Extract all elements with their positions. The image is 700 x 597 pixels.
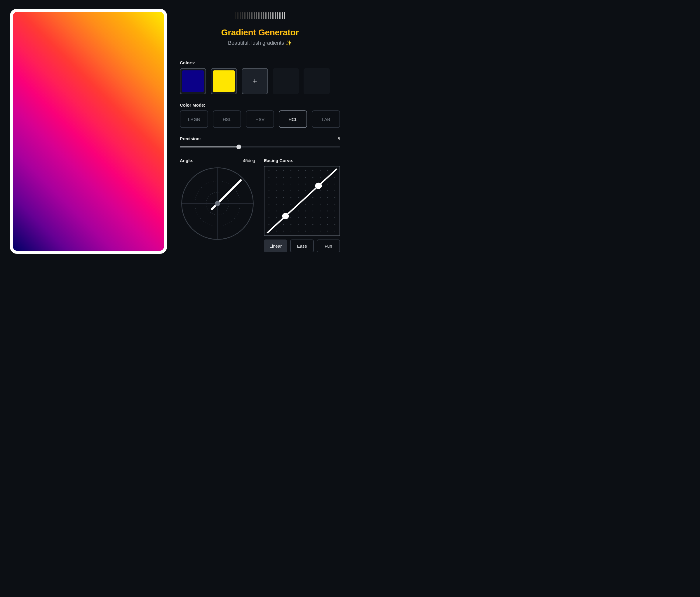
svg-point-92: [320, 224, 321, 225]
svg-point-19: [298, 177, 299, 178]
app-subtitle: Beautiful, lush gradients ✨: [180, 40, 340, 46]
svg-point-39: [298, 190, 299, 191]
add-color-button[interactable]: +: [242, 68, 268, 94]
color-mode-section: Color Mode: LRGBHSLHSVHCLLAB: [180, 102, 340, 128]
svg-point-51: [312, 197, 313, 198]
svg-point-70: [305, 211, 306, 212]
app-title: Gradient Generator: [180, 27, 340, 38]
svg-point-15: [269, 177, 270, 178]
svg-point-34: [334, 184, 335, 185]
svg-point-46: [276, 197, 277, 198]
angle-pivot: [215, 201, 220, 206]
angle-value: 45deg: [243, 158, 255, 163]
color-mode-label: Color Mode:: [180, 102, 205, 108]
svg-point-90: [305, 224, 306, 225]
svg-point-69: [298, 211, 299, 212]
svg-point-18: [291, 177, 291, 178]
svg-point-58: [291, 204, 291, 205]
color-mode-lrgb[interactable]: LRGB: [180, 111, 208, 128]
svg-point-73: [327, 211, 328, 212]
svg-point-29: [298, 184, 299, 185]
svg-point-55: [269, 204, 270, 205]
svg-point-87: [283, 224, 284, 225]
svg-point-93: [327, 224, 328, 225]
gradient-preview: [13, 12, 164, 251]
svg-point-17: [283, 177, 284, 178]
svg-point-30: [305, 184, 306, 185]
easing-section: Easing Curve: LinearEaseFun: [264, 158, 340, 252]
svg-point-48: [291, 197, 291, 198]
colors-section: Colors: +: [180, 60, 340, 94]
svg-point-26: [276, 184, 277, 185]
svg-point-96: [276, 231, 277, 232]
easing-preset-ease[interactable]: Ease: [290, 239, 314, 252]
slider-fill: [180, 147, 239, 147]
svg-point-74: [334, 211, 335, 212]
svg-point-6: [276, 170, 277, 171]
svg-point-24: [334, 177, 335, 178]
svg-point-36: [276, 190, 277, 191]
svg-point-21: [312, 177, 313, 178]
svg-point-79: [298, 217, 299, 218]
easing-curve-editor[interactable]: [264, 166, 340, 236]
precision-label: Precision:: [180, 136, 201, 141]
svg-point-57: [283, 204, 284, 205]
svg-point-53: [327, 197, 328, 198]
plus-icon: +: [252, 77, 257, 85]
slider-thumb[interactable]: [236, 145, 241, 149]
svg-point-11: [312, 170, 313, 171]
svg-point-100: [305, 231, 306, 232]
easing-handle-1[interactable]: [282, 213, 289, 219]
svg-point-80: [305, 217, 306, 218]
color-swatch-row: +: [180, 68, 340, 94]
svg-point-83: [327, 217, 328, 218]
svg-point-43: [327, 190, 328, 191]
svg-point-97: [283, 231, 284, 232]
svg-point-20: [305, 177, 306, 178]
svg-point-76: [276, 217, 277, 218]
color-mode-lab[interactable]: LAB: [312, 111, 340, 128]
svg-point-104: [334, 231, 335, 232]
svg-point-37: [283, 190, 284, 191]
easing-preset-row: LinearEaseFun: [264, 239, 340, 252]
svg-point-12: [320, 170, 321, 171]
svg-point-84: [334, 217, 335, 218]
svg-point-60: [305, 204, 306, 205]
angle-easing-row: Angle: 45deg Eas: [180, 158, 340, 252]
svg-point-98: [291, 231, 291, 232]
svg-point-88: [291, 224, 291, 225]
easing-preset-linear[interactable]: Linear: [264, 239, 287, 252]
color-swatch-0[interactable]: [180, 68, 206, 94]
decorative-bars-icon: [180, 12, 340, 19]
color-swatch-empty: [273, 68, 299, 94]
svg-point-13: [327, 170, 328, 171]
svg-point-33: [327, 184, 328, 185]
color-swatch-1[interactable]: [211, 68, 237, 94]
svg-point-56: [276, 204, 277, 205]
svg-point-40: [305, 190, 306, 191]
color-mode-hsv[interactable]: HSV: [246, 111, 274, 128]
app-root: Gradient Generator Beautiful, lush gradi…: [0, 0, 350, 263]
easing-label: Easing Curve:: [264, 158, 293, 163]
angle-label: Angle:: [180, 158, 194, 163]
svg-point-44: [334, 190, 335, 191]
color-mode-hcl[interactable]: HCL: [279, 111, 307, 128]
header: Gradient Generator Beautiful, lush gradi…: [180, 9, 340, 46]
svg-point-72: [320, 211, 321, 212]
precision-slider[interactable]: [180, 144, 340, 150]
svg-point-31: [312, 184, 313, 185]
svg-point-9: [298, 170, 299, 171]
svg-point-35: [269, 190, 270, 191]
color-mode-row: LRGBHSLHSVHCLLAB: [180, 111, 340, 128]
svg-point-47: [283, 197, 284, 198]
svg-point-101: [312, 231, 313, 232]
svg-point-81: [312, 217, 313, 218]
angle-dial[interactable]: [180, 166, 255, 241]
easing-handle-2[interactable]: [315, 183, 322, 189]
svg-point-5: [269, 170, 270, 171]
svg-point-91: [312, 224, 313, 225]
easing-preset-fun[interactable]: Fun: [317, 239, 340, 252]
color-swatch-fill: [182, 70, 204, 92]
svg-point-78: [291, 217, 291, 218]
color-mode-hsl[interactable]: HSL: [213, 111, 241, 128]
